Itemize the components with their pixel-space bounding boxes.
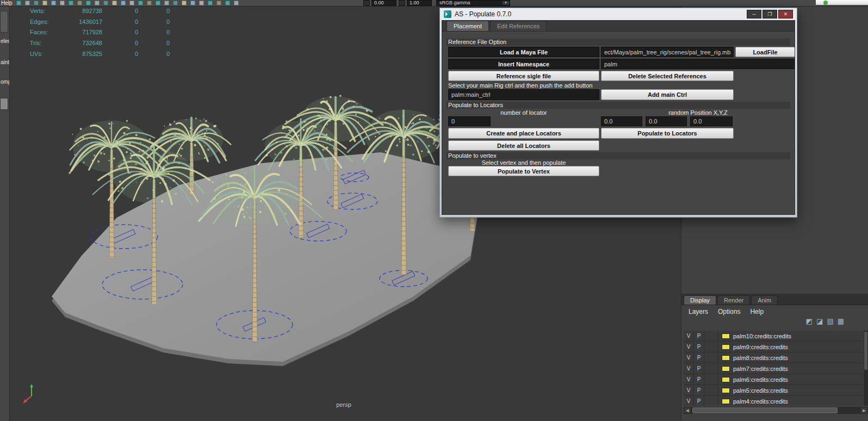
layer-row[interactable]: VPpalm7:credits:credits xyxy=(684,363,863,374)
layer-row[interactable]: VPpalm4:credits:credits xyxy=(684,396,863,406)
close-icon[interactable]: ✕ xyxy=(778,10,793,18)
layer-row[interactable]: VPpalm10:credits:credits xyxy=(684,331,863,342)
layer-color-swatch[interactable] xyxy=(722,366,730,372)
layer-list-horizontal-scrollbar[interactable]: ◀ ▶ xyxy=(684,407,868,414)
exposure-icon[interactable] xyxy=(363,0,370,6)
layer-visibility-toggle[interactable]: V xyxy=(684,331,694,341)
load-file-button[interactable]: LoadFile xyxy=(735,47,795,57)
layer-name[interactable]: palm5:credits:credits xyxy=(733,387,788,394)
toolbar-icon[interactable] xyxy=(112,1,117,5)
layer-type-cell[interactable] xyxy=(704,363,718,374)
layers-menu[interactable]: Layers xyxy=(689,308,708,315)
tab-anim[interactable]: Anim xyxy=(751,295,778,305)
layer-color-swatch[interactable] xyxy=(722,355,730,361)
move-layer-down-icon[interactable]: ◪ xyxy=(816,317,823,326)
tab-display[interactable]: Display xyxy=(684,295,716,305)
layer-name[interactable]: palm4:credits:credits xyxy=(733,398,788,405)
layer-row[interactable]: VPpalm6:credits:credits xyxy=(684,374,863,385)
layer-playback-toggle[interactable]: P xyxy=(694,363,704,374)
random-z-field[interactable]: 0.0 xyxy=(690,116,733,126)
layer-type-cell[interactable] xyxy=(704,342,718,352)
populate-to-locators-button[interactable]: Populate to Locators xyxy=(601,128,734,139)
layer-playback-toggle[interactable]: P xyxy=(694,342,704,352)
layer-visibility-toggle[interactable]: V xyxy=(684,396,694,406)
view-transform-dropdown[interactable]: sRGB gamma▼ xyxy=(436,0,510,6)
main-ctrl-field[interactable]: palm:main_ctrl xyxy=(448,89,599,100)
reference-single-file-button[interactable]: Reference sigle file xyxy=(448,71,599,81)
namespace-field[interactable]: palm xyxy=(601,59,795,69)
layer-playback-toggle[interactable]: P xyxy=(694,396,704,406)
layer-playback-toggle[interactable]: P xyxy=(694,331,704,341)
scroll-right-icon[interactable]: ▶ xyxy=(860,407,868,414)
toolbar-icon[interactable] xyxy=(199,1,204,5)
toolbar-icon[interactable] xyxy=(16,1,21,5)
scroll-left-icon[interactable]: ◀ xyxy=(684,407,691,414)
add-main-ctrl-button[interactable]: Add main Ctrl xyxy=(601,89,734,100)
layer-visibility-toggle[interactable]: V xyxy=(684,342,694,352)
move-layer-up-icon[interactable]: ◩ xyxy=(806,317,813,326)
left-panel-button-fragment[interactable] xyxy=(0,11,8,33)
create-empty-layer-icon[interactable]: ▤ xyxy=(827,317,833,326)
layer-color-swatch[interactable] xyxy=(722,399,730,404)
toolbar-icon[interactable] xyxy=(138,1,143,5)
tab-render[interactable]: Render xyxy=(717,295,750,305)
layer-visibility-toggle[interactable]: V xyxy=(684,363,694,374)
create-and-place-locators-button[interactable]: Create and place Locators xyxy=(448,128,599,139)
layer-playback-toggle[interactable]: P xyxy=(694,374,704,385)
delete-all-locators-button[interactable]: Delete all Locators xyxy=(448,140,599,151)
layer-name[interactable]: palm9:credits:credits xyxy=(733,344,788,350)
layer-row[interactable]: VPpalm9:credits:credits xyxy=(684,342,863,352)
layer-color-swatch[interactable] xyxy=(722,344,730,350)
toolbar-icon[interactable] xyxy=(95,1,100,5)
layer-playback-toggle[interactable]: P xyxy=(694,352,704,363)
gamma-field[interactable]: 1.00 xyxy=(407,0,432,6)
layer-visibility-toggle[interactable]: V xyxy=(684,385,694,395)
options-menu[interactable]: Options xyxy=(718,308,740,315)
layer-name[interactable]: palm10:credits:credits xyxy=(733,333,791,339)
layer-type-cell[interactable] xyxy=(704,331,718,341)
toolbar-icon[interactable] xyxy=(51,1,56,5)
layer-color-swatch[interactable] xyxy=(722,388,730,393)
toolbar-icon[interactable] xyxy=(129,1,134,5)
layer-name[interactable]: palm7:credits:credits xyxy=(733,366,788,372)
toolbar-icon[interactable] xyxy=(173,1,178,5)
tab-edit-references[interactable]: Edit References xyxy=(490,21,547,31)
delete-selected-references-button[interactable]: Delete Selected References xyxy=(601,71,734,81)
layer-type-cell[interactable] xyxy=(704,352,718,363)
toolbar-icon[interactable] xyxy=(182,1,187,5)
minimize-icon[interactable]: ─ xyxy=(747,10,761,18)
tab-placement[interactable]: Placement xyxy=(447,21,489,31)
toolbar-icon[interactable] xyxy=(25,1,30,5)
gamma-icon[interactable] xyxy=(399,0,405,6)
toolbar-icon[interactable] xyxy=(121,1,126,5)
random-y-field[interactable]: 0.0 xyxy=(646,116,687,126)
toolbar-icon[interactable] xyxy=(86,1,91,5)
toolbar-icon[interactable] xyxy=(216,1,221,5)
layer-name[interactable]: palm8:credits:credits xyxy=(733,355,788,361)
exposure-field[interactable]: 0.00 xyxy=(371,0,396,6)
layer-type-cell[interactable] xyxy=(704,385,718,395)
layer-color-swatch[interactable] xyxy=(722,377,730,382)
toolbar-icon[interactable] xyxy=(234,1,239,5)
layer-playback-toggle[interactable]: P xyxy=(694,385,704,395)
layer-row[interactable]: VPpalm8:credits:credits xyxy=(684,352,863,363)
layer-type-cell[interactable] xyxy=(704,374,718,385)
toolbar-icon[interactable] xyxy=(208,1,213,5)
help-menu-fragment[interactable]: Help xyxy=(1,0,13,6)
create-layer-from-selected-icon[interactable]: ▦ xyxy=(838,317,844,326)
toolbar-icon[interactable] xyxy=(69,1,73,5)
toolbar-icon[interactable] xyxy=(60,1,65,5)
toolbar-icon[interactable] xyxy=(103,1,108,5)
populate-to-vertex-button[interactable]: Populate to Vertex xyxy=(448,166,599,176)
layer-help-menu[interactable]: Help xyxy=(750,308,764,315)
random-x-field[interactable]: 0.0 xyxy=(601,116,642,126)
toolbar-icon[interactable] xyxy=(77,1,82,5)
left-panel-button-fragment[interactable] xyxy=(0,98,8,110)
toolbar-icon[interactable] xyxy=(164,1,169,5)
scrollbar-thumb[interactable] xyxy=(692,407,838,413)
toolbar-icon[interactable] xyxy=(42,1,47,5)
toolbar-icon[interactable] xyxy=(225,1,230,5)
layer-list-vertical-scrollbar[interactable] xyxy=(864,331,868,406)
layer-type-cell[interactable] xyxy=(704,396,718,406)
toolbar-icon[interactable] xyxy=(147,1,152,5)
